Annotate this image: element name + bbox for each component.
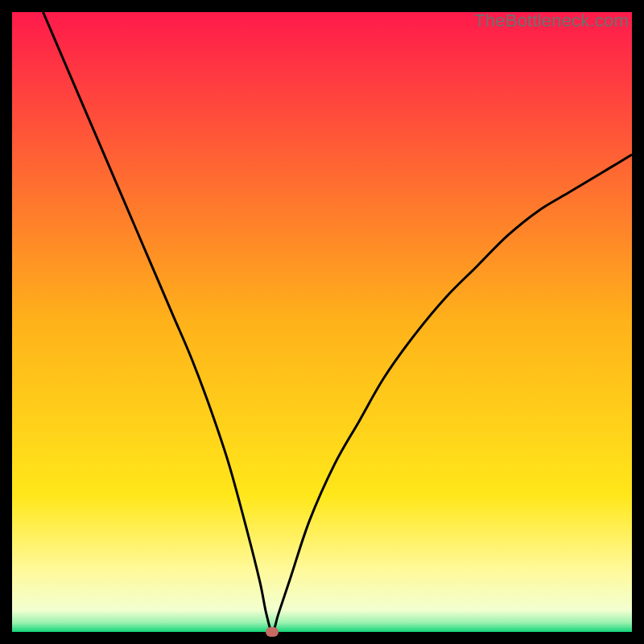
watermark-text: TheBottleneck.com — [474, 10, 629, 31]
chart-frame: TheBottleneck.com — [12, 12, 632, 632]
chart-canvas — [12, 12, 632, 632]
bottleneck-point-marker — [266, 627, 279, 637]
chart-background — [12, 12, 632, 632]
